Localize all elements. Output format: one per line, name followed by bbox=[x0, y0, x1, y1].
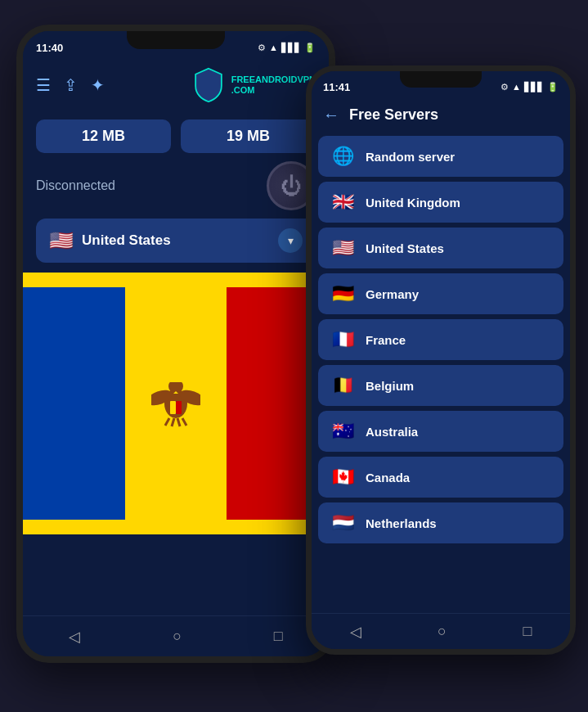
phone2-status-icons: ⚙ ▲ ▋▋▋ 🔋 bbox=[500, 82, 559, 92]
server-name-label: United Kingdom bbox=[366, 196, 552, 210]
logo-line1: FREEANDROIDVPN bbox=[231, 74, 316, 85]
logo-line2: .COM bbox=[231, 85, 316, 96]
logo-text: FREEANDROIDVPN .COM bbox=[231, 74, 316, 96]
server-flag-icon: 🇩🇪 bbox=[330, 283, 356, 304]
server-list-item[interactable]: 🇳🇱Netherlands bbox=[318, 502, 563, 543]
p2-settings-icon: ⚙ bbox=[500, 82, 509, 92]
settings-icon: ⚙ bbox=[258, 43, 266, 53]
menu-icon[interactable]: ☰ bbox=[36, 75, 51, 95]
phone1-status-icons: ⚙ ▲ ▋▋▋ 🔋 bbox=[258, 43, 316, 53]
p2-battery-icon: 🔋 bbox=[547, 82, 559, 92]
server-list: 🌐Random server🇬🇧United Kingdom🇺🇸United S… bbox=[312, 131, 570, 553]
back-button[interactable]: ← bbox=[323, 106, 339, 124]
svg-line-12 bbox=[165, 418, 169, 426]
server-list-item[interactable]: 🇫🇷France bbox=[318, 319, 563, 360]
nav-back-button[interactable]: ◁ bbox=[69, 628, 80, 646]
phone2-bottom-nav: ◁ ○ □ bbox=[312, 613, 570, 649]
server-name-label: Germany bbox=[366, 287, 552, 301]
phone1-header: ☰ ⇪ ✦ FREEANDROIDVPN .COM bbox=[23, 61, 329, 110]
phone1-header-left: ☰ ⇪ ✦ bbox=[36, 75, 105, 95]
server-list-item[interactable]: 🌐Random server bbox=[318, 136, 563, 177]
server-flag-icon: 🇫🇷 bbox=[330, 329, 356, 350]
server-flag-icon: 🇧🇪 bbox=[330, 375, 356, 396]
server-name-label: Canada bbox=[366, 471, 552, 484]
server-flag-icon: 🇨🇦 bbox=[330, 466, 356, 488]
flag-top-stripe bbox=[23, 273, 329, 287]
svg-marker-5 bbox=[170, 372, 175, 377]
connection-status: Disconnected bbox=[36, 178, 115, 193]
star-icon[interactable]: ✦ bbox=[91, 75, 105, 95]
server-list-item[interactable]: 🇨🇦Canada bbox=[318, 457, 563, 498]
share-icon[interactable]: ⇪ bbox=[64, 75, 78, 95]
phone1-bottom-nav: ◁ ○ □ bbox=[23, 615, 329, 656]
dropdown-chevron-icon: ▾ bbox=[278, 228, 303, 253]
server-flag-icon: 🇬🇧 bbox=[330, 192, 356, 213]
svg-line-15 bbox=[182, 418, 186, 426]
server-list-item[interactable]: 🇧🇪Belgium bbox=[318, 365, 563, 406]
svg-marker-7 bbox=[177, 372, 182, 377]
p2-signal-icon: ▋▋▋ bbox=[524, 82, 544, 92]
p2-nav-home-button[interactable]: ○ bbox=[438, 623, 447, 640]
phone2-notch bbox=[400, 71, 482, 88]
server-name-label: Belgium bbox=[366, 379, 552, 393]
server-name-label: United States bbox=[366, 241, 552, 255]
flag-display bbox=[23, 273, 329, 534]
server-name-label: Netherlands bbox=[366, 516, 552, 530]
server-list-item[interactable]: 🇺🇸United States bbox=[318, 228, 563, 268]
p2-wifi-icon: ▲ bbox=[512, 82, 521, 92]
flag-yellow-stripe bbox=[125, 287, 227, 520]
flag-blue-stripe bbox=[23, 287, 125, 520]
svg-rect-9 bbox=[170, 401, 176, 414]
nav-home-button[interactable]: ○ bbox=[173, 628, 182, 645]
phone2-header: ← Free Servers bbox=[312, 99, 570, 131]
server-name-label: Australia bbox=[366, 425, 552, 439]
selected-country-name: United States bbox=[82, 232, 270, 249]
svg-line-13 bbox=[172, 418, 174, 426]
phone1-device: 11:40 ⚙ ▲ ▋▋▋ 🔋 ☰ ⇪ ✦ FREEANDROIDVPN .CO… bbox=[16, 25, 335, 663]
server-list-item[interactable]: 🇬🇧United Kingdom bbox=[318, 182, 563, 223]
moldova-emblem-icon bbox=[151, 367, 200, 441]
server-list-item[interactable]: 🇩🇪Germany bbox=[318, 273, 563, 314]
svg-rect-10 bbox=[176, 401, 182, 414]
stats-row: 12 MB 19 MB bbox=[23, 110, 329, 158]
phone2-device: 11:41 ⚙ ▲ ▋▋▋ 🔋 ← Free Servers 🌐Random s… bbox=[306, 65, 576, 655]
selected-country-flag: 🇺🇸 bbox=[49, 229, 74, 252]
wifi-icon: ▲ bbox=[269, 43, 278, 52]
country-selector[interactable]: 🇺🇸 United States ▾ bbox=[36, 219, 316, 263]
server-name-label: France bbox=[366, 333, 552, 347]
server-name-label: Random server bbox=[366, 150, 552, 164]
download-stat: 12 MB bbox=[36, 119, 171, 153]
server-flag-icon: 🌐 bbox=[330, 146, 356, 167]
power-icon: ⏻ bbox=[281, 173, 302, 199]
page-title: Free Servers bbox=[349, 106, 438, 124]
power-row: Disconnected ⏻ bbox=[23, 158, 329, 219]
svg-line-14 bbox=[177, 418, 180, 426]
p2-nav-recent-button[interactable]: □ bbox=[523, 623, 532, 640]
flag-bottom-stripe bbox=[23, 520, 329, 534]
battery-icon: 🔋 bbox=[304, 43, 316, 53]
server-flag-icon: 🇦🇺 bbox=[330, 421, 356, 442]
phone2-time: 11:41 bbox=[323, 81, 350, 93]
server-flag-icon: 🇺🇸 bbox=[330, 237, 356, 259]
nav-recent-button[interactable]: □ bbox=[274, 628, 283, 645]
phone1-notch bbox=[127, 31, 225, 49]
server-flag-icon: 🇳🇱 bbox=[330, 512, 356, 534]
flag-middle bbox=[23, 287, 329, 520]
upload-stat: 19 MB bbox=[181, 119, 316, 153]
logo-area: FREEANDROIDVPN .COM bbox=[191, 67, 316, 103]
p2-nav-back-button[interactable]: ◁ bbox=[350, 623, 361, 641]
logo-shield-icon bbox=[191, 67, 227, 103]
signal-icon: ▋▋▋ bbox=[281, 43, 301, 53]
moldova-flag bbox=[23, 273, 329, 534]
server-list-item[interactable]: 🇦🇺Australia bbox=[318, 411, 563, 452]
phone1-time: 11:40 bbox=[36, 42, 63, 54]
svg-rect-4 bbox=[170, 377, 182, 382]
